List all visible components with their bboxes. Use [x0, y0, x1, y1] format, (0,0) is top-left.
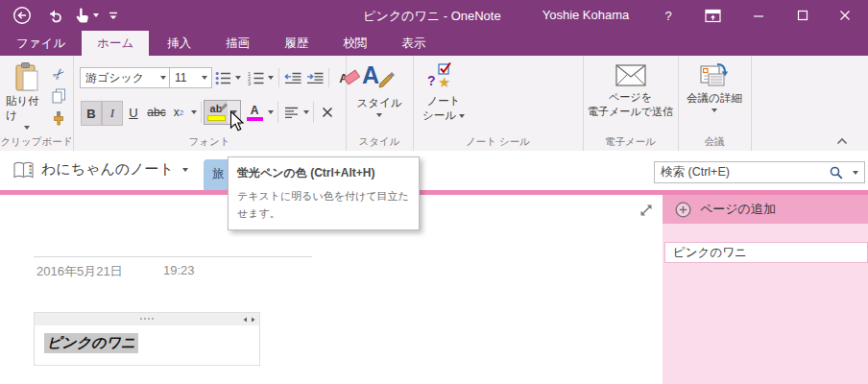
chevron-down-icon	[376, 113, 382, 117]
numbered-list-button[interactable]: 123	[246, 67, 265, 88]
tab-home[interactable]: ホーム	[82, 31, 149, 56]
numbered-list-icon: 123	[248, 71, 264, 85]
maximize-icon	[797, 10, 808, 21]
font-color-button[interactable]: A	[244, 101, 265, 124]
resize-handle-icon[interactable]	[243, 317, 255, 323]
back-icon	[12, 6, 32, 25]
highlight-tooltip: 蛍光ペンの色 (Ctrl+Alt+H) テキストに明るい色を付けて目立たせます。	[228, 156, 420, 230]
paragraph-align-button[interactable]	[281, 101, 301, 124]
search-box[interactable]: 検索 (Ctrl+E)	[654, 161, 865, 183]
page-list-sidebar: ページの追加 ピンクのワニ	[663, 195, 868, 384]
chevron-down-icon	[268, 110, 274, 114]
chevron-down-icon	[191, 110, 197, 114]
chevron-down-icon	[235, 76, 241, 80]
tab-review[interactable]: 校閲	[332, 31, 377, 56]
group-label-font: フォント	[73, 135, 346, 149]
selected-note-text[interactable]: ピンクのワニ	[44, 333, 138, 353]
help-button[interactable]: ?	[655, 4, 682, 27]
ribbon-display-options-button[interactable]	[699, 4, 726, 27]
touch-mode-button[interactable]	[71, 5, 92, 26]
titlebar: ピンクのワニ - OneNote Yoshie Kohama ?	[0, 0, 868, 31]
italic-button[interactable]: I	[102, 101, 123, 126]
decrease-indent-button[interactable]	[282, 67, 303, 88]
email-page-button[interactable]: ページを 電子メールで送信	[587, 61, 674, 119]
tab-view[interactable]: 表示	[391, 31, 436, 56]
drag-handle-icon[interactable]	[140, 318, 154, 320]
chevron-down-icon	[24, 126, 30, 130]
maximize-button[interactable]	[789, 4, 816, 27]
group-label-email: 電子メール	[583, 135, 678, 149]
format-painter-button[interactable]	[48, 108, 69, 128]
group-email: ページを 電子メールで送信 電子メール	[583, 56, 679, 151]
group-clipboard: 貼り付け ✂ クリップボード	[0, 56, 74, 151]
close-button[interactable]	[832, 4, 858, 27]
copy-button[interactable]	[48, 86, 69, 106]
touch-mode-dropdown[interactable]	[90, 5, 102, 26]
delete-button[interactable]	[317, 101, 338, 124]
qat-customize-button[interactable]	[106, 5, 121, 26]
search-placeholder: 検索 (Ctrl+E)	[661, 165, 730, 179]
tooltip-body: テキストに明るい色を付けて目立たせます。	[237, 187, 410, 222]
note-seal-icon: ? ★	[427, 61, 460, 94]
signed-in-user[interactable]: Yoshie Kohama	[533, 8, 639, 22]
chevron-down-icon	[160, 76, 166, 80]
chevron-down-icon	[268, 76, 274, 80]
font-color-dropdown[interactable]	[265, 101, 276, 124]
bullet-list-dropdown[interactable]	[232, 67, 243, 88]
page-list-item[interactable]: ピンクのワニ	[664, 242, 868, 263]
ribbon-display-options-icon	[705, 9, 721, 23]
add-page-plus-icon	[675, 202, 691, 218]
increase-indent-icon	[306, 72, 324, 84]
delete-x-icon	[322, 107, 333, 118]
chevron-down-icon	[182, 168, 188, 172]
bullet-list-icon	[215, 71, 231, 85]
back-button[interactable]	[12, 5, 33, 26]
superscript-button[interactable]: x2	[169, 101, 188, 124]
page-time: 19:23	[163, 263, 195, 277]
script-dropdown[interactable]	[188, 101, 199, 124]
tooltip-title: 蛍光ペンの色 (Ctrl+Alt+H)	[237, 165, 410, 181]
page-date: 2016年5月21日	[36, 263, 123, 280]
font-name-combo[interactable]: 游ゴシック	[80, 67, 171, 88]
notebook-switcher[interactable]: わにちゃんのノート	[41, 160, 188, 179]
meeting-details-button[interactable]: 会議の詳細	[684, 61, 745, 112]
align-icon	[284, 107, 299, 118]
strikethrough-button[interactable]: abc	[144, 101, 169, 124]
minimize-button[interactable]	[745, 4, 772, 27]
styles-button[interactable]: A スタイル	[353, 61, 405, 117]
group-label-clipboard: クリップボード	[0, 135, 73, 149]
numbered-list-dropdown[interactable]	[265, 67, 276, 88]
bullet-list-button[interactable]	[213, 67, 232, 88]
chevron-up-icon	[836, 137, 848, 145]
tab-draw[interactable]: 描画	[215, 31, 260, 56]
search-scope-dropdown[interactable]	[853, 171, 858, 175]
notebook-nav-bar: わにちゃんのノート 旅 検索 (Ctrl+E)	[0, 151, 868, 190]
note-container-header[interactable]	[35, 313, 259, 325]
chevron-down-icon	[93, 13, 99, 17]
note-container[interactable]: ピンクのワニ	[34, 312, 260, 366]
add-page-button[interactable]: ページの追加	[663, 195, 868, 224]
notebook-icon	[12, 161, 35, 180]
mouse-cursor	[229, 110, 246, 132]
paste-button[interactable]: 貼り付け	[6, 61, 48, 130]
tab-history[interactable]: 履歴	[274, 31, 319, 56]
chevron-down-icon	[711, 108, 717, 112]
undo-button[interactable]	[43, 5, 64, 26]
font-size-combo[interactable]: 11	[169, 67, 212, 88]
underline-button[interactable]: U	[124, 101, 143, 124]
minimize-icon	[753, 10, 764, 21]
collapse-ribbon-button[interactable]	[832, 134, 853, 148]
increase-indent-button[interactable]	[304, 67, 326, 88]
note-seal-button[interactable]: ? ★ ノート シール	[421, 61, 467, 123]
bold-button[interactable]: B	[81, 101, 102, 126]
cut-button[interactable]: ✂	[48, 64, 69, 84]
tab-file[interactable]: ファイル	[6, 31, 76, 56]
highlight-color-swatch	[207, 115, 226, 121]
envelope-icon	[615, 64, 646, 86]
tab-insert[interactable]: 挿入	[157, 31, 202, 56]
decrease-indent-icon	[284, 72, 301, 84]
paragraph-align-dropdown[interactable]	[301, 101, 311, 124]
ribbon: 貼り付け ✂ クリップボード 游ゴシック	[0, 56, 868, 152]
highlight-icon-half[interactable]: ab	[205, 101, 228, 124]
full-page-view-button[interactable]	[639, 203, 654, 218]
